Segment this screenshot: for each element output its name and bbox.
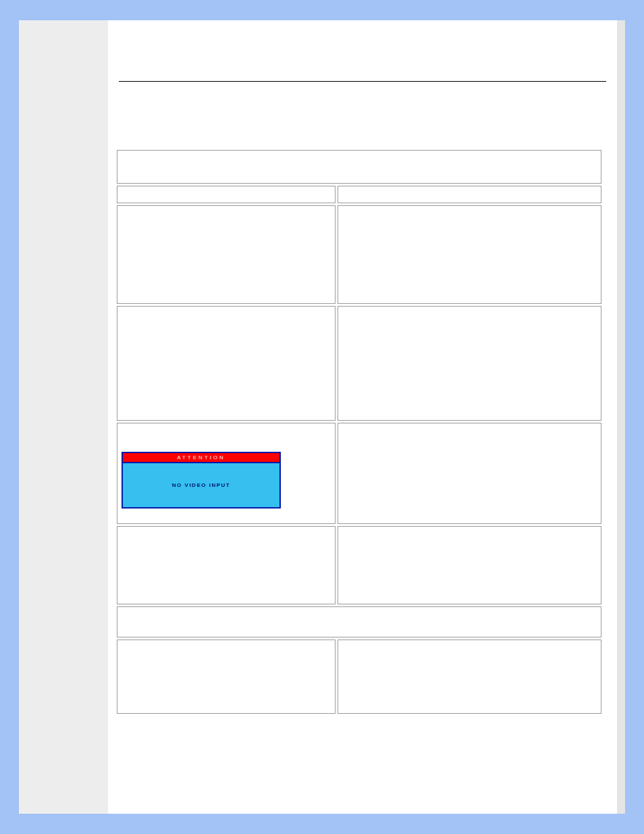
table-cell: ATTENTION NO VIDEO INPUT bbox=[117, 423, 336, 524]
table-cell bbox=[117, 306, 336, 421]
sidebar bbox=[19, 20, 108, 814]
table-row bbox=[117, 526, 601, 604]
table-cell bbox=[338, 306, 601, 421]
table-row bbox=[117, 606, 601, 637]
table-row: ATTENTION NO VIDEO INPUT bbox=[117, 423, 601, 524]
content-area: ATTENTION NO VIDEO INPUT bbox=[108, 20, 617, 814]
table-cell bbox=[117, 640, 336, 714]
table-cell bbox=[338, 205, 601, 304]
table-cell bbox=[338, 640, 601, 714]
scrollbar[interactable] bbox=[617, 20, 625, 814]
table-cell bbox=[338, 526, 601, 604]
table-cell bbox=[117, 205, 336, 304]
table-cell bbox=[338, 423, 601, 524]
page-wrap: ATTENTION NO VIDEO INPUT bbox=[19, 20, 625, 814]
no-video-header: ATTENTION bbox=[123, 453, 279, 463]
main-table: ATTENTION NO VIDEO INPUT bbox=[115, 148, 603, 716]
table-row bbox=[117, 186, 601, 203]
title-area bbox=[115, 27, 610, 81]
table-cell bbox=[117, 606, 601, 637]
table-cell bbox=[117, 186, 336, 203]
table-cell bbox=[117, 150, 601, 184]
no-video-body: NO VIDEO INPUT bbox=[123, 463, 279, 507]
table-cell bbox=[338, 186, 601, 203]
no-video-widget: ATTENTION NO VIDEO INPUT bbox=[122, 452, 281, 509]
table-cell bbox=[117, 526, 336, 604]
spacer bbox=[115, 82, 610, 148]
table-row bbox=[117, 306, 601, 421]
table-row bbox=[117, 150, 601, 184]
table-row bbox=[117, 640, 601, 714]
table-row bbox=[117, 205, 601, 304]
